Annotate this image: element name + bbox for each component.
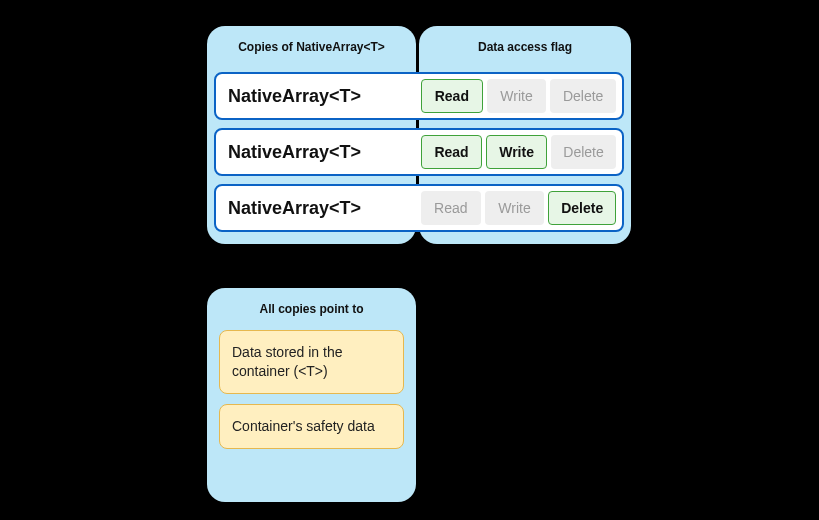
flag-read: Read <box>421 135 482 169</box>
panel-copies-title: Copies of NativeArray<T> <box>207 26 416 62</box>
panel-point-title: All copies point to <box>207 288 416 324</box>
row-label: NativeArray<T> <box>216 198 418 219</box>
flag-group: Read Write Delete <box>418 74 622 118</box>
nativearray-row: NativeArray<T> Read Write Delete <box>214 72 624 120</box>
flag-write: Write <box>486 135 547 169</box>
panel-point: All copies point to Data stored in the c… <box>207 288 416 502</box>
row-label: NativeArray<T> <box>216 86 418 107</box>
nativearray-row: NativeArray<T> Read Write Delete <box>214 184 624 232</box>
row-label: NativeArray<T> <box>216 142 418 163</box>
flag-group: Read Write Delete <box>418 130 622 174</box>
flag-delete: Delete <box>550 79 616 113</box>
flag-write: Write <box>487 79 547 113</box>
nativearray-row: NativeArray<T> Read Write Delete <box>214 128 624 176</box>
panel-flags-title: Data access flag <box>419 26 631 62</box>
flag-read: Read <box>421 79 483 113</box>
flag-write: Write <box>485 191 545 225</box>
flag-delete: Delete <box>548 191 616 225</box>
flag-read: Read <box>421 191 481 225</box>
point-item-safety: Container's safety data <box>219 404 404 449</box>
flag-delete: Delete <box>551 135 616 169</box>
point-item-data: Data stored in the container (<T>) <box>219 330 404 394</box>
flag-group: Read Write Delete <box>418 186 622 230</box>
